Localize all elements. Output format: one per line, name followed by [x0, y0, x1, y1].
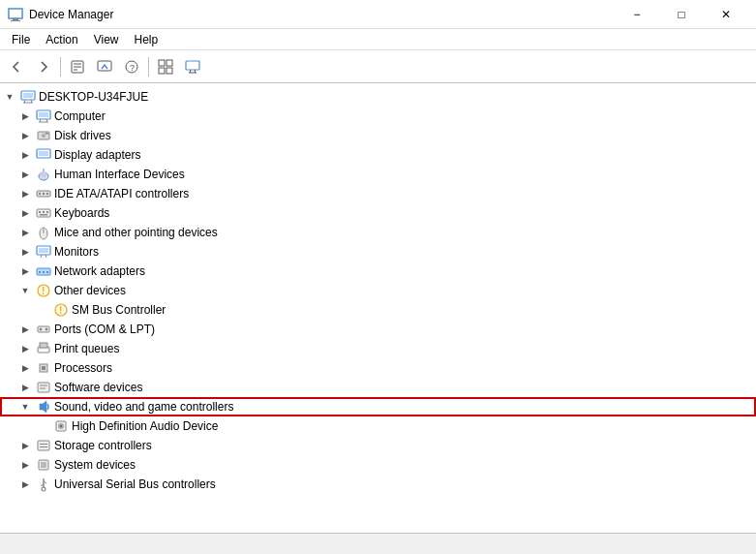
- tree-item-ide[interactable]: ▶IDE ATA/ATAPI controllers: [0, 184, 756, 203]
- svg-rect-22: [23, 93, 33, 98]
- tree-item-display[interactable]: ▶Display adapters: [0, 145, 756, 165]
- status-bar: [0, 533, 756, 554]
- toggle-processors[interactable]: ▶: [17, 360, 33, 376]
- toggle-system[interactable]: ▶: [17, 457, 33, 473]
- tree-item-smbus[interactable]: !SM Bus Controller: [0, 300, 756, 320]
- svg-marker-70: [40, 401, 46, 413]
- tree-item-other[interactable]: ▼!Other devices: [0, 281, 756, 300]
- tree-item-diskdrives[interactable]: ▶Disk drives: [0, 126, 756, 145]
- mouse-icon: [36, 225, 51, 240]
- print-icon: [36, 341, 51, 356]
- label-hdaudio: High Definition Audio Device: [72, 419, 218, 433]
- toggle-usb[interactable]: ▶: [17, 477, 33, 492]
- list-item: ▶IDE ATA/ATAPI controllers: [0, 184, 756, 203]
- tree-item-software[interactable]: ▶Software devices: [0, 378, 756, 397]
- tree-item-monitors[interactable]: ▶Monitors: [0, 242, 756, 262]
- label-smbus: SM Bus Controller: [72, 303, 166, 317]
- hid-icon: [36, 167, 51, 182]
- list-item: High Definition Audio Device: [0, 416, 756, 436]
- toolbar-help-button[interactable]: ?: [119, 55, 144, 78]
- toggle-software[interactable]: ▶: [17, 380, 33, 395]
- toolbar-expand-button[interactable]: [153, 55, 178, 78]
- cpu-icon: [36, 360, 51, 376]
- network-icon: [36, 263, 51, 279]
- sound-icon: [36, 399, 51, 415]
- svg-rect-0: [9, 9, 22, 18]
- audio-icon: [53, 418, 69, 434]
- tree-item-storage[interactable]: ▶Storage controllers: [0, 436, 756, 455]
- toggle-display[interactable]: ▶: [17, 147, 33, 163]
- disk-icon: [36, 128, 51, 143]
- toggle-network[interactable]: ▶: [17, 263, 33, 279]
- tree-item-keyboard[interactable]: ▶Keyboards: [0, 203, 756, 223]
- toggle-computer[interactable]: ▶: [17, 108, 33, 124]
- tree-item-ports[interactable]: ▶Ports (COM & LPT): [0, 320, 756, 339]
- toolbar-properties-button[interactable]: [65, 55, 90, 78]
- tree-item-hdaudio[interactable]: High Definition Audio Device: [0, 416, 756, 436]
- toolbar-update-button[interactable]: [92, 55, 117, 78]
- maximize-button[interactable]: □: [659, 0, 704, 29]
- label-processors: Processors: [54, 361, 112, 375]
- tree-item-processors[interactable]: ▶Processors: [0, 358, 756, 378]
- toggle-diskdrives[interactable]: ▶: [17, 128, 33, 143]
- tree-item-system[interactable]: ▶System devices: [0, 455, 756, 475]
- list-item: ▶Network adapters: [0, 262, 756, 281]
- menu-bar: File Action View Help: [0, 29, 756, 50]
- toggle-storage[interactable]: ▶: [17, 438, 33, 453]
- tree-item-network[interactable]: ▶Network adapters: [0, 262, 756, 281]
- ide-icon: [36, 186, 51, 201]
- computer-icon: [36, 108, 51, 124]
- menu-help[interactable]: Help: [127, 31, 166, 48]
- desktop-icon: [20, 89, 36, 105]
- tree-item-sound[interactable]: ▼Sound, video and game controllers: [0, 397, 756, 416]
- list-item: !SM Bus Controller: [0, 300, 756, 320]
- label-ide: IDE ATA/ATAPI controllers: [54, 187, 189, 200]
- toggle-ide[interactable]: ▶: [17, 186, 33, 201]
- list-item: ▶Disk drives: [0, 126, 756, 145]
- minimize-button[interactable]: −: [615, 0, 659, 29]
- svg-rect-13: [166, 68, 172, 74]
- menu-view[interactable]: View: [86, 31, 127, 48]
- toggle-sound[interactable]: ▼: [17, 399, 33, 415]
- toolbar-monitor-button[interactable]: [180, 55, 205, 78]
- svg-rect-43: [46, 211, 48, 213]
- toggle-hid[interactable]: ▶: [17, 167, 33, 182]
- label-hid: Human Interface Devices: [54, 168, 185, 181]
- toolbar-separator-1: [60, 57, 61, 77]
- svg-rect-48: [39, 248, 48, 253]
- tree-item-computer[interactable]: ▶Computer: [0, 107, 756, 126]
- menu-file[interactable]: File: [4, 31, 38, 48]
- label-system: System devices: [54, 458, 136, 472]
- keyboard-icon: [36, 205, 51, 221]
- tree-item-print[interactable]: ▶Print queues: [0, 339, 756, 358]
- label-other: Other devices: [54, 284, 126, 297]
- svg-rect-66: [42, 366, 45, 370]
- toggle-root[interactable]: ▼: [2, 89, 17, 105]
- toggle-monitors[interactable]: ▶: [17, 244, 33, 260]
- label-usb: Universal Serial Bus controllers: [54, 477, 216, 491]
- tree-item-usb[interactable]: ▶Universal Serial Bus controllers: [0, 475, 756, 494]
- toggle-mice[interactable]: ▶: [17, 225, 33, 240]
- toggle-other[interactable]: ▼: [17, 283, 33, 298]
- monitor-icon: [36, 244, 51, 260]
- svg-rect-54: [46, 271, 48, 273]
- label-display: Display adapters: [54, 148, 140, 162]
- list-item: ▶Display adapters: [0, 145, 756, 165]
- toggle-keyboard[interactable]: ▶: [17, 205, 33, 221]
- svg-rect-1: [13, 18, 18, 20]
- toggle-ports[interactable]: ▶: [17, 322, 33, 337]
- close-button[interactable]: ✕: [704, 0, 748, 29]
- tree-item-root[interactable]: ▼ DESKTOP-U34FJUE: [0, 87, 756, 107]
- toolbar-back-button[interactable]: [4, 55, 29, 78]
- tree-item-mice[interactable]: ▶Mice and other pointing devices: [0, 223, 756, 242]
- menu-action[interactable]: Action: [38, 31, 85, 48]
- smbus-icon: !: [53, 302, 69, 318]
- svg-rect-24: [39, 112, 48, 117]
- toolbar-forward-button[interactable]: [31, 55, 56, 78]
- toolbar-separator-2: [148, 57, 149, 77]
- svg-point-29: [42, 134, 45, 138]
- toggle-print[interactable]: ▶: [17, 341, 33, 356]
- tree-item-hid[interactable]: ▶Human Interface Devices: [0, 165, 756, 184]
- svg-rect-67: [38, 383, 49, 392]
- list-item: ▶Processors: [0, 358, 756, 378]
